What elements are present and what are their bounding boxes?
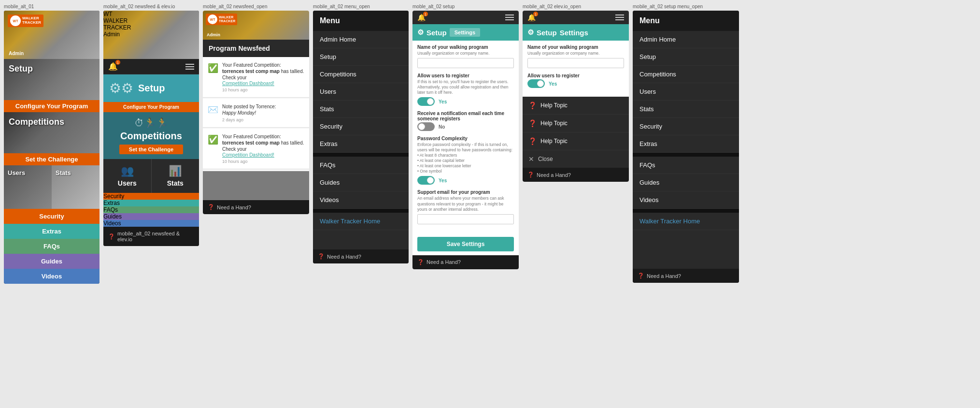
need-help-s7[interactable]: ❓ Need a Hand? (633, 269, 739, 283)
menu-item-competitions-s7[interactable]: Competitions (633, 66, 739, 83)
menu-item-security-s7[interactable]: Security (633, 118, 739, 135)
menu-item-security-s4[interactable]: Security (313, 118, 409, 135)
videos-link-s2[interactable]: Videos (103, 220, 199, 227)
nf-envelope-icon: ✉️ (208, 104, 218, 122)
faqs-link-s2[interactable]: FAQs (103, 206, 199, 213)
users-stats-row-s1: Users Stats (4, 165, 99, 209)
guides-link-s2[interactable]: Guides (103, 213, 199, 220)
need-help-label-s5: Need a Hand? (426, 259, 461, 265)
elev-label-0: Help Topic (540, 102, 568, 109)
hero-badge: WT WALKERTRACKER (8, 15, 43, 27)
hamburger-s5[interactable] (505, 15, 514, 20)
secondary-menu-items-s4: FAQs Guides Videos (313, 157, 409, 209)
notif-icon-s6[interactable]: 🔔 1 (527, 14, 536, 21)
stats-card-s2[interactable]: 📊 Stats (152, 159, 199, 193)
videos-link-s1[interactable]: Videos (4, 269, 99, 284)
need-help-label-s6: Need a Hand? (537, 172, 571, 178)
menu-item-users-s4[interactable]: Users (313, 83, 409, 101)
setup-card-s1[interactable]: Setup Configure Your Program (4, 59, 99, 112)
nf-link-2[interactable]: Competition Dashboard! (222, 152, 304, 158)
toggle-knob-register (427, 98, 434, 105)
guides-link-s1[interactable]: Guides (4, 254, 99, 269)
extras-link-s1[interactable]: Extras (4, 224, 99, 239)
need-help-s6[interactable]: ❓ Need a Hand? (523, 168, 629, 182)
need-help-label-s3: Need a Hand? (217, 204, 251, 210)
notification-icon-s2[interactable]: 🔔 1 (108, 62, 118, 71)
need-help-label-s7: Need a Hand? (647, 273, 681, 279)
security-link-s1[interactable]: Security (4, 209, 99, 224)
field-input-name-s6[interactable] (527, 58, 624, 68)
screen7-spacer (633, 230, 739, 269)
need-help-s2[interactable]: ❓ mobile_alt_02 newsfeed & elev.io (103, 227, 199, 246)
toggle-password[interactable] (417, 176, 435, 185)
screen4-wrapper: mobile_alt_02 menu_open Menu Admin Home … (313, 4, 409, 404)
comp-card-s2[interactable]: ⏱🏃🏃 Competitions Set the Challenge (103, 112, 199, 159)
menu-item-extras-s7[interactable]: Extras (633, 135, 739, 153)
menu-item-walker-home-s4[interactable]: Walker Tracker Home (313, 213, 409, 230)
faqs-link-s1[interactable]: FAQs (4, 239, 99, 254)
screen4-label: mobile_alt_02 menu_open (313, 4, 409, 9)
screen1-label: mobile_alt_01 (4, 4, 99, 9)
menu-item-competitions-s4[interactable]: Competitions (313, 66, 409, 83)
field-input-support[interactable] (417, 214, 514, 224)
menu-item-guides-s4[interactable]: Guides (313, 174, 409, 191)
users-title-s1: Users (8, 169, 25, 176)
menu-item-admin-home-s4[interactable]: Admin Home (313, 31, 409, 48)
menu-item-setup-s4[interactable]: Setup (313, 48, 409, 66)
toggle-knob-s6 (537, 80, 544, 87)
hamburger-s6[interactable] (615, 15, 624, 20)
menu-item-videos-s4[interactable]: Videos (313, 191, 409, 209)
users-card-s2[interactable]: 👥 Users (103, 159, 152, 193)
field-input-name[interactable] (417, 58, 514, 68)
elev-item-2[interactable]: ❓ Help Topic (523, 132, 629, 150)
toggle-label-register: Yes (439, 99, 447, 104)
menu-divider2-s4 (313, 209, 409, 213)
screen3-wrapper: moble_alt_02 newsfeed_open WT WALKERTRAC… (203, 4, 309, 404)
menu-item-faqs-s4[interactable]: FAQs (313, 157, 409, 174)
menu-item-extras-s4[interactable]: Extras (313, 135, 409, 153)
screen6-topbar: 🔔 1 (523, 11, 629, 24)
help-icon-s6: ❓ (527, 172, 534, 178)
elev-item-1[interactable]: ❓ Help Topic (523, 115, 629, 132)
screen1: WT WALKERTRACKER Admin Setup Configure Y… (4, 11, 99, 284)
need-help-s5[interactable]: ❓ Need a Hand? (412, 255, 519, 269)
comp-text-s2: Competitions (120, 131, 182, 142)
menu-item-faqs-s7[interactable]: FAQs (633, 157, 739, 174)
need-help-s4[interactable]: ❓ Need a Hand? (313, 249, 409, 263)
setup-subtitle-s1: Configure Your Program (4, 100, 99, 112)
need-help-s3[interactable]: ❓ Need a Hand? (203, 200, 309, 214)
menu-item-stats-s7[interactable]: Stats (633, 101, 739, 118)
toggle-register[interactable] (417, 97, 435, 106)
stats-text-s2: Stats (167, 179, 184, 187)
elev-close-btn[interactable]: ✕ Close (523, 150, 629, 168)
menu-item-stats-s4[interactable]: Stats (313, 101, 409, 118)
field-label-support: Support email for your program (417, 189, 514, 195)
extras-link-s2[interactable]: Extras (103, 200, 199, 206)
elev-item-0[interactable]: ❓ Help Topic (523, 97, 629, 115)
toggle-notif[interactable] (417, 122, 435, 131)
notif-badge-s2: 1 (115, 60, 120, 65)
toggle-s6[interactable] (527, 79, 545, 88)
settings-tab-s6[interactable]: Settings (560, 29, 588, 37)
menu-item-users-s7[interactable]: Users (633, 83, 739, 101)
menu-item-admin-home-s7[interactable]: Admin Home (633, 31, 739, 48)
menu-item-guides-s7[interactable]: Guides (633, 174, 739, 191)
menu-item-setup-s7[interactable]: Setup (633, 48, 739, 66)
field-label-register-s6: Allow users to register (527, 73, 624, 78)
field-desc-register: If this is set to no, you'll have to reg… (417, 79, 514, 95)
nf-link-0[interactable]: Competition Dashboard! (222, 81, 304, 86)
users-card-s1[interactable]: Users (4, 165, 52, 209)
notif-icon-s5[interactable]: 🔔 1 (417, 14, 426, 21)
security-link-s2[interactable]: Security (103, 193, 199, 200)
save-button-s5[interactable]: Save Settings (417, 237, 514, 251)
settings-tab-s5[interactable]: Settings (450, 28, 480, 37)
hamburger-icon-s2[interactable] (185, 64, 194, 70)
stats-card-s1[interactable]: Stats (52, 165, 99, 209)
menu-item-videos-s7[interactable]: Videos (633, 191, 739, 209)
elev-icon-2: ❓ (528, 137, 537, 145)
setup-card-s2[interactable]: ⚙⚙ Setup (103, 74, 199, 102)
newsfeed-item-1: ✉️ Note posted by Torrence:Happy Monday!… (203, 99, 309, 128)
menu-item-walker-home-s7[interactable]: Walker Tracker Home (633, 213, 739, 230)
competitions-card-s1[interactable]: Competitions Set the Challenge (4, 112, 99, 165)
stats-title-s1: Stats (56, 169, 71, 176)
